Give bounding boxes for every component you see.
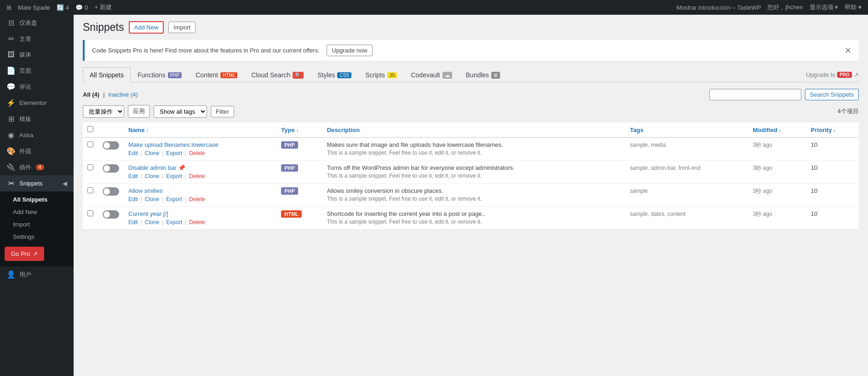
submenu-import[interactable]: Import — [0, 218, 74, 231]
action-export-0[interactable]: Export — [166, 150, 182, 156]
row-checkbox-input-0[interactable] — [87, 141, 93, 147]
search-snippets-button[interactable]: Search Snippets — [805, 89, 859, 100]
upgrade-now-button[interactable]: Upgrade now — [327, 45, 372, 56]
action-edit-3[interactable]: Edit — [128, 219, 138, 226]
wordpress-logo-icon[interactable]: ⊞ — [6, 4, 11, 11]
help-button[interactable]: 帮助 ▾ — [845, 3, 862, 12]
filter-separator: | — [103, 91, 104, 98]
action-export-1[interactable]: Export — [166, 173, 182, 179]
dashboard-icon: ⊟ — [6, 18, 16, 27]
new-content-button[interactable]: + 新建 — [95, 3, 112, 12]
type-sort-icon: ↕ — [296, 128, 299, 133]
action-export-3[interactable]: Export — [166, 219, 182, 226]
notice-close-button[interactable]: ✕ — [845, 46, 851, 55]
row-toggle-3[interactable] — [98, 207, 124, 230]
search-snippets-input[interactable] — [709, 89, 801, 100]
row-checkbox-3[interactable] — [83, 207, 98, 230]
action-clone-1[interactable]: Clone — [145, 173, 159, 179]
updates-icon[interactable]: 🔄 4 — [57, 4, 69, 11]
bulk-action-bar: 批量操作 应用 Show all tags Filter 4个项目 — [83, 105, 859, 118]
sidebar-item-templates[interactable]: ⊞ 模板 — [0, 111, 74, 127]
toggle-switch-3[interactable] — [103, 210, 119, 219]
toggle-switch-2[interactable] — [103, 187, 119, 196]
action-clone-2[interactable]: Clone — [145, 196, 159, 202]
comments-icon[interactable]: 💬 0 — [75, 4, 88, 11]
user-greeting[interactable]: 您好，jhchen — [767, 3, 803, 12]
tab-bundles[interactable]: Bundles ⊞ — [459, 67, 507, 82]
filter-all[interactable]: All (4) — [83, 91, 99, 98]
snippet-name-1[interactable]: Disable admin bar 📌 — [128, 164, 272, 171]
tab-all-snippets[interactable]: All Snippets — [83, 67, 131, 82]
site-name[interactable]: Mate Spade — [18, 4, 50, 11]
sidebar-item-pages[interactable]: 📄 页面 — [0, 63, 74, 79]
action-export-2[interactable]: Export — [166, 196, 182, 202]
action-edit-1[interactable]: Edit — [128, 173, 138, 179]
tab-cloud-search[interactable]: Cloud Search 🔍 — [244, 67, 310, 82]
modified-header[interactable]: Modified ↕ — [748, 122, 806, 138]
toggle-switch-1[interactable] — [103, 164, 119, 173]
sidebar-item-astra[interactable]: ◉ Astra — [0, 127, 74, 143]
name-header[interactable]: Name ↕ — [124, 122, 276, 138]
sidebar-item-plugins[interactable]: 🔌 插件 4 — [0, 159, 74, 175]
sidebar-item-posts[interactable]: ✏ 文章 — [0, 31, 74, 47]
priority-header[interactable]: Priority ↕ — [806, 122, 859, 138]
add-new-button[interactable]: Add New — [129, 21, 164, 34]
type-header[interactable]: Type ↕ — [276, 122, 322, 138]
upgrade-to-pro[interactable]: Upgrade to PRO ↗ — [806, 71, 859, 78]
import-button[interactable]: Import — [168, 22, 195, 33]
select-all-header[interactable] — [83, 122, 98, 138]
filter-button[interactable]: Filter — [211, 106, 234, 117]
action-clone-0[interactable]: Clone — [145, 150, 159, 156]
row-toggle-1[interactable] — [98, 161, 124, 184]
action-delete-3[interactable]: Delete — [189, 219, 205, 226]
intro-link[interactable]: Mostrar introducción – TasteWP — [676, 4, 761, 11]
sidebar-item-appearance[interactable]: 🎨 外观 — [0, 143, 74, 159]
row-checkbox-input-2[interactable] — [87, 187, 93, 193]
row-modified-1: 3秒 ago — [748, 161, 806, 184]
tags-filter-select[interactable]: Show all tags — [154, 105, 207, 118]
row-toggle-2[interactable] — [98, 184, 124, 207]
action-delete-2[interactable]: Delete — [189, 196, 205, 202]
snippet-name-2[interactable]: Allow smilies — [128, 187, 272, 194]
snippet-name-3[interactable]: Current year [/] — [128, 210, 272, 217]
submenu-all-snippets[interactable]: All Snippets — [0, 193, 74, 206]
sidebar-item-comments[interactable]: 💬 评论 — [0, 79, 74, 95]
bundles-icon: ⊞ — [491, 72, 500, 79]
display-options-button[interactable]: 显示选项 ▾ — [810, 3, 839, 12]
row-checkbox-input-3[interactable] — [87, 210, 93, 216]
sidebar-item-elementor[interactable]: ⚡ Elementor — [0, 95, 74, 111]
tab-content[interactable]: Content HTML — [189, 67, 244, 82]
tab-styles[interactable]: Styles CSS — [310, 67, 358, 82]
tab-codevault[interactable]: Codevault ☁ — [404, 67, 459, 82]
sidebar-item-dashboard[interactable]: ⊟ 仪表盘 — [0, 15, 74, 31]
snippet-name-0[interactable]: Make upload filenames lowercase — [128, 141, 272, 148]
row-toggle-0[interactable] — [98, 138, 124, 161]
row-checkbox-1[interactable] — [83, 161, 98, 184]
table-row: Make upload filenames lowercase Edit | C… — [83, 138, 859, 161]
go-pro-button[interactable]: Go Pro ↗ — [5, 247, 44, 261]
row-checkbox-2[interactable] — [83, 184, 98, 207]
tab-functions[interactable]: Functions PHP — [131, 67, 189, 82]
sidebar-item-snippets[interactable]: ✂ Snippets ◀ — [0, 175, 74, 191]
row-priority-2: 10 — [806, 184, 859, 207]
sidebar: ⊟ 仪表盘 ✏ 文章 🖼 媒体 📄 页面 💬 评论 ⚡ Elementor ⊞ … — [0, 15, 74, 376]
sidebar-item-users[interactable]: 👤 用户 — [0, 266, 74, 283]
toggle-switch-0[interactable] — [103, 141, 119, 150]
desc-sub-3: This is a sample snippet. Feel free to u… — [327, 219, 621, 225]
action-delete-0[interactable]: Delete — [189, 150, 205, 156]
action-clone-3[interactable]: Clone — [145, 219, 159, 226]
action-delete-1[interactable]: Delete — [189, 173, 205, 179]
action-edit-0[interactable]: Edit — [128, 150, 138, 156]
row-checkbox-input-1[interactable] — [87, 164, 93, 170]
submenu-settings[interactable]: Settings — [0, 231, 74, 243]
filter-inactive[interactable]: Inactive (4) — [109, 91, 138, 98]
bulk-action-select[interactable]: 批量操作 — [83, 105, 124, 118]
row-checkbox-0[interactable] — [83, 138, 98, 161]
action-edit-2[interactable]: Edit — [128, 196, 138, 202]
submenu-add-new[interactable]: Add New — [0, 206, 74, 218]
sidebar-item-media[interactable]: 🖼 媒体 — [0, 47, 74, 63]
select-all-checkbox[interactable] — [87, 126, 93, 132]
apply-button[interactable]: 应用 — [128, 105, 150, 118]
tab-scripts[interactable]: Scripts JS — [358, 67, 404, 82]
toggle-header — [98, 122, 124, 138]
